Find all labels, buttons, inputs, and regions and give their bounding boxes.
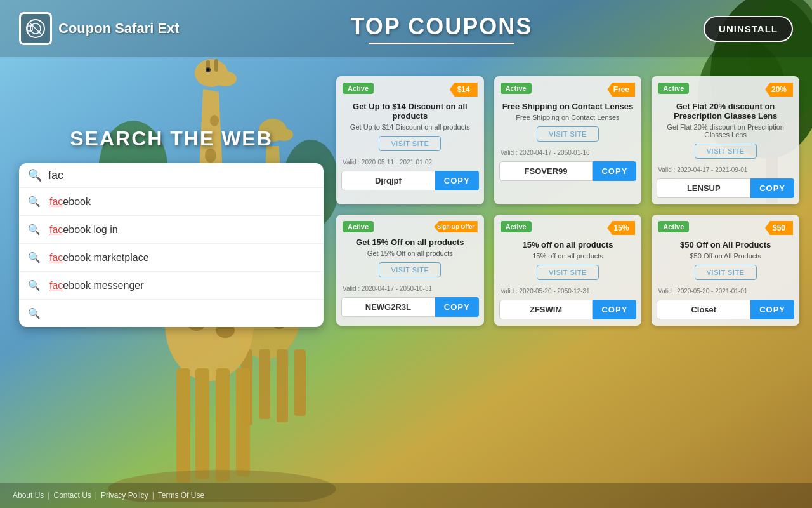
footer-contact[interactable]: Contact Us bbox=[53, 491, 91, 500]
coupon-code-row-1: Djrqjpf COPY bbox=[341, 171, 479, 190]
value-badge-6: $50 bbox=[765, 221, 793, 235]
logo-text: Coupon Safari Ext bbox=[58, 20, 180, 37]
coupon-valid-1: Valid : 2020-05-11 - 2021-01-02 bbox=[336, 156, 484, 171]
visit-site-btn-4[interactable]: VISIT SITE bbox=[379, 262, 441, 277]
coupon-desc-6: $50 Off on All Products bbox=[652, 252, 799, 265]
coupon-top-4: Active Sign-Up Offer bbox=[336, 215, 484, 232]
suggestion-search-icon-5: 🔍 bbox=[28, 307, 41, 319]
search-input[interactable] bbox=[48, 169, 311, 182]
coupon-top-6: Active $50 bbox=[652, 215, 799, 235]
coupon-top-3: Active 20% bbox=[652, 76, 799, 97]
search-icon: 🔍 bbox=[28, 168, 42, 182]
coupon-valid-6: Valid : 2020-05-20 - 2021-01-01 bbox=[652, 285, 799, 300]
coupon-code-row-2: FSOVER99 COPY bbox=[499, 161, 637, 181]
coupon-top-2: Active Free bbox=[494, 76, 642, 97]
footer-terms[interactable]: Terms Of Use bbox=[158, 491, 204, 500]
coupon-valid-4: Valid : 2020-04-17 - 2050-10-31 bbox=[336, 283, 484, 297]
copy-btn-3[interactable]: COPY bbox=[750, 178, 794, 198]
visit-site-btn-1[interactable]: VISIT SITE bbox=[379, 136, 441, 151]
footer: About Us | Contact Us | Privacy Policy |… bbox=[0, 483, 812, 508]
suggestion-text-2: facebook log in bbox=[49, 224, 118, 236]
coupon-code-row-3: LENSUP COPY bbox=[657, 178, 794, 198]
active-badge-4: Active bbox=[343, 221, 374, 232]
value-badge-4: Sign-Up Offer bbox=[434, 221, 478, 232]
suggestion-search-icon-2: 🔍 bbox=[28, 224, 41, 236]
coupon-code-1: Djrqjpf bbox=[341, 171, 435, 190]
coupon-card-5: Active 15% 15% off on all products 15% o… bbox=[494, 215, 642, 326]
footer-sep-1: | bbox=[48, 491, 49, 500]
suggestion-text: facebook bbox=[49, 196, 91, 208]
coupon-code-6: Closet bbox=[657, 300, 750, 319]
header-title: TOP COUPONS bbox=[351, 13, 533, 40]
coupon-card-3: Active 20% Get Flat 20% discount on Pres… bbox=[652, 76, 799, 204]
coupon-desc-5: 15% off on all products bbox=[494, 252, 642, 265]
search-box: 🔍 🔍 facebook 🔍 facebook log in 🔍 faceboo… bbox=[19, 163, 324, 327]
uninstall-button[interactable]: UNINSTALL bbox=[704, 16, 793, 42]
active-badge-6: Active bbox=[658, 221, 689, 232]
header: Coupon Safari Ext TOP COUPONS UNINSTALL bbox=[0, 0, 812, 57]
suggestion-facebook-login[interactable]: 🔍 facebook log in bbox=[19, 216, 324, 244]
suggestion-search-icon-4: 🔍 bbox=[28, 279, 41, 291]
logo-area: Coupon Safari Ext bbox=[19, 12, 180, 45]
coupons-area: Active $14 Get Up to $14 Discount on all… bbox=[330, 64, 812, 479]
svg-rect-44 bbox=[27, 26, 32, 31]
copy-btn-1[interactable]: COPY bbox=[435, 171, 479, 190]
active-badge-3: Active bbox=[658, 83, 689, 94]
search-area: SEARCH THE WEB 🔍 🔍 facebook 🔍 facebook l… bbox=[19, 127, 324, 327]
header-underline bbox=[369, 43, 514, 44]
value-badge-1: $14 bbox=[450, 83, 478, 97]
visit-site-btn-6[interactable]: VISIT SITE bbox=[695, 265, 757, 280]
suggestion-text-4: facebook messenger bbox=[49, 280, 144, 291]
coupon-top-1: Active $14 bbox=[336, 76, 484, 97]
coupon-valid-2: Valid : 2020-04-17 - 2050-01-16 bbox=[494, 147, 642, 161]
value-badge-2: Free bbox=[607, 83, 635, 97]
suggestion-facebook-messenger[interactable]: 🔍 facebook messenger bbox=[19, 272, 324, 300]
coupon-card-1: Active $14 Get Up to $14 Discount on all… bbox=[336, 76, 484, 204]
logo-icon bbox=[19, 12, 52, 45]
suggestion-search-icon-3: 🔍 bbox=[28, 251, 41, 264]
value-badge-3: 20% bbox=[765, 83, 793, 97]
coupon-title-5: 15% off on all products bbox=[494, 235, 642, 252]
coupon-code-4: NEWG2R3L bbox=[341, 297, 435, 317]
coupon-code-3: LENSUP bbox=[657, 178, 750, 198]
visit-site-btn-5[interactable]: VISIT SITE bbox=[537, 265, 599, 280]
coupon-code-5: ZFSWIM bbox=[499, 300, 593, 319]
suggestion-facebook[interactable]: 🔍 facebook bbox=[19, 188, 324, 216]
suggestion-text-3: facebook marketplace bbox=[49, 252, 149, 264]
active-badge-1: Active bbox=[343, 83, 374, 94]
coupon-code-2: FSOVER99 bbox=[499, 161, 593, 181]
coupon-desc-2: Free Shipping on Contact Lenses bbox=[494, 114, 642, 126]
coupon-desc-3: Get Flat 20% discount on Prescription Gl… bbox=[652, 123, 799, 144]
copy-btn-2[interactable]: COPY bbox=[593, 161, 636, 181]
suggestion-last[interactable]: 🔍 bbox=[19, 300, 324, 327]
footer-about[interactable]: About Us bbox=[13, 491, 44, 500]
active-badge-5: Active bbox=[501, 221, 532, 232]
coupon-card-6: Active $50 $50 Off on All Products $50 O… bbox=[652, 215, 799, 326]
active-badge-2: Active bbox=[501, 83, 532, 94]
search-input-row: 🔍 bbox=[19, 163, 324, 188]
coupon-card-2: Active Free Free Shipping on Contact Len… bbox=[494, 76, 642, 204]
coupon-code-row-4: NEWG2R3L COPY bbox=[341, 297, 479, 317]
search-title: SEARCH THE WEB bbox=[19, 127, 324, 150]
coupon-top-5: Active 15% bbox=[494, 215, 642, 235]
coupon-card-4: Active Sign-Up Offer Get 15% Off on all … bbox=[336, 215, 484, 326]
header-title-area: TOP COUPONS bbox=[351, 13, 533, 44]
coupon-code-row-5: ZFSWIM COPY bbox=[499, 300, 637, 319]
visit-site-btn-3[interactable]: VISIT SITE bbox=[695, 144, 757, 159]
coupon-title-6: $50 Off on All Products bbox=[652, 235, 799, 252]
coupons-grid: Active $14 Get Up to $14 Discount on all… bbox=[336, 76, 799, 326]
coupon-title-3: Get Flat 20% discount on Prescription Gl… bbox=[652, 97, 799, 123]
visit-site-btn-2[interactable]: VISIT SITE bbox=[537, 126, 599, 142]
suggestion-search-icon: 🔍 bbox=[28, 196, 41, 208]
coupon-valid-5: Valid : 2020-05-20 - 2050-12-31 bbox=[494, 285, 642, 300]
copy-btn-4[interactable]: COPY bbox=[435, 297, 479, 317]
coupon-title-2: Free Shipping on Contact Lenses bbox=[494, 97, 642, 114]
coupon-valid-3: Valid : 2020-04-17 - 2021-09-01 bbox=[652, 164, 799, 178]
copy-btn-6[interactable]: COPY bbox=[750, 300, 794, 319]
footer-sep-3: | bbox=[152, 491, 154, 500]
suggestion-facebook-marketplace[interactable]: 🔍 facebook marketplace bbox=[19, 244, 324, 272]
coupon-title-1: Get Up to $14 Discount on all products bbox=[336, 97, 484, 123]
footer-privacy[interactable]: Privacy Policy bbox=[101, 491, 148, 500]
copy-btn-5[interactable]: COPY bbox=[593, 300, 636, 319]
coupon-title-4: Get 15% Off on all products bbox=[336, 232, 484, 250]
